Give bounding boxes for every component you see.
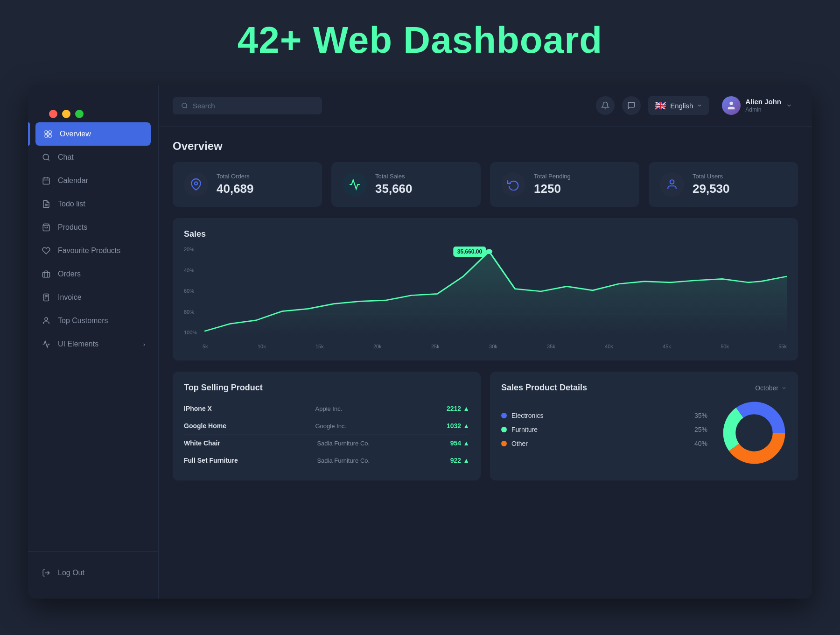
x-label-40k: 40k	[605, 344, 613, 349]
sidebar-item-chat[interactable]: Chat	[28, 146, 158, 169]
sidebar-item-chat-label: Chat	[58, 153, 74, 162]
svg-rect-1	[49, 131, 51, 133]
chart-svg	[204, 247, 787, 336]
search-icon	[181, 102, 188, 109]
other-pct: 40%	[694, 440, 707, 447]
y-label-40: 40%	[184, 268, 203, 273]
other-dot	[501, 441, 507, 446]
product-row-0: IPhone X Apple Inc. 2212 ▲	[184, 400, 469, 417]
sidebar-item-todo[interactable]: Todo list	[28, 192, 158, 216]
sidebar-item-orders[interactable]: Orders	[28, 262, 158, 286]
sidebar-item-ui[interactable]: UI Elements ›	[28, 332, 158, 356]
chevron-right-icon: ›	[143, 341, 145, 348]
window-chrome: Overview Chat Calendar	[28, 85, 812, 599]
user-info: Alien John Admin	[745, 97, 781, 113]
electronics-label: Electronics	[511, 412, 690, 419]
svg-rect-12	[43, 272, 50, 277]
x-label-10k: 10k	[258, 344, 266, 349]
x-label-5k: 5k	[203, 344, 208, 349]
logout-button[interactable]: Log Out	[28, 561, 158, 585]
arrow-up-2: ▲	[463, 439, 469, 447]
language-label: English	[670, 102, 693, 110]
stat-users-info: Total Users 29,530	[693, 173, 730, 196]
topbar: Search 🇬🇧 English	[159, 85, 812, 127]
app-container: Overview Chat Calendar	[0, 76, 840, 608]
orders-stat-icon	[184, 172, 208, 197]
messages-button[interactable]	[622, 96, 641, 115]
product-name-3: Full Set Furniture	[184, 457, 312, 464]
sidebar-nav: Overview Chat Calendar	[28, 118, 158, 551]
sidebar-item-invoice[interactable]: Invoice	[28, 286, 158, 309]
svg-rect-3	[49, 135, 51, 137]
electronics-pct: 35%	[694, 412, 707, 419]
stat-sales-info: Total Sales 35,660	[375, 173, 413, 196]
overview-title: Overview	[173, 140, 798, 153]
chevron-down-icon	[697, 103, 702, 108]
overview-icon	[43, 129, 53, 139]
other-label: Other	[511, 440, 690, 447]
product-company-3: Sadia Furniture Co.	[317, 457, 445, 464]
y-labels: 100% 80% 60% 40% 20%	[184, 247, 203, 335]
stat-card-users: Total Users 29,530	[649, 162, 798, 207]
flag-icon: 🇬🇧	[655, 100, 666, 111]
product-count-3: 922 ▲	[450, 457, 469, 464]
y-label-100: 100%	[184, 330, 203, 335]
sidebar-item-favourite-label: Favourite Products	[58, 247, 120, 255]
arrow-up-0: ▲	[463, 405, 469, 412]
user-chevron-icon	[786, 102, 792, 109]
month-selector[interactable]: October	[755, 384, 787, 392]
x-labels: 5k 10k 15k 20k 25k 30k 35k 40k 45k 50k 5…	[203, 344, 787, 349]
tooltip-value: 35,660.00	[457, 248, 482, 255]
product-company-2: Sadia Furniture Co.	[317, 440, 445, 447]
svg-point-22	[670, 180, 674, 184]
sales-product-card: Sales Product Details October Electronic…	[490, 372, 798, 480]
legend-other: Other 40%	[501, 440, 707, 447]
traffic-light-yellow[interactable]	[62, 110, 70, 118]
stat-pending-label: Total Pending	[534, 173, 571, 180]
sales-product-title: Sales Product Details	[501, 383, 587, 393]
product-company-0: Apple Inc.	[315, 405, 442, 412]
sidebar-item-overview[interactable]: Overview	[35, 122, 151, 146]
traffic-lights	[49, 110, 84, 118]
x-label-55k: 55k	[778, 344, 787, 349]
x-label-25k: 25k	[431, 344, 440, 349]
product-row-2: White Chair Sadia Furniture Co. 954 ▲	[184, 435, 469, 452]
language-selector[interactable]: 🇬🇧 English	[648, 96, 709, 115]
sidebar-item-customers-label: Top Customers	[58, 317, 108, 325]
page-header: 42+ Web Dashboard	[0, 0, 840, 76]
y-label-80: 80%	[184, 309, 203, 315]
sidebar-item-calendar[interactable]: Calendar	[28, 169, 158, 192]
svg-point-20	[730, 102, 733, 105]
search-box[interactable]: Search	[173, 97, 322, 114]
notifications-button[interactable]	[596, 96, 615, 115]
sidebar-item-favourite[interactable]: Favourite Products	[28, 239, 158, 262]
sales-chart-card: Sales 100% 80% 60% 40% 20%	[173, 218, 798, 360]
svg-point-29	[486, 249, 492, 254]
sales-stat-icon	[343, 172, 367, 197]
stat-orders-value: 40,689	[217, 182, 254, 196]
user-name: Alien John	[745, 97, 781, 106]
furniture-dot	[501, 427, 507, 432]
user-role: Admin	[745, 106, 781, 114]
product-name-2: White Chair	[184, 439, 312, 447]
user-profile[interactable]: Alien John Admin	[716, 93, 798, 118]
donut-section: Electronics 35% Furniture 25%	[501, 400, 787, 466]
sidebar: Overview Chat Calendar	[28, 85, 159, 599]
svg-point-17	[45, 318, 48, 320]
x-label-15k: 15k	[315, 344, 324, 349]
sidebar-item-orders-label: Orders	[58, 270, 81, 278]
furniture-label: Furniture	[511, 426, 690, 433]
stat-card-pending: Total Pending 1250	[490, 162, 639, 207]
traffic-light-red[interactable]	[49, 110, 57, 118]
sidebar-item-ui-label: UI Elements	[58, 340, 98, 348]
traffic-light-green[interactable]	[75, 110, 84, 118]
svg-point-4	[43, 154, 49, 160]
stats-grid: Total Orders 40,689 Total Sales 35,660	[173, 162, 798, 207]
svg-marker-28	[204, 252, 787, 336]
y-label-60: 60%	[184, 288, 203, 294]
sidebar-item-products[interactable]: Products	[28, 216, 158, 239]
product-count-1: 1032 ▲	[447, 422, 469, 430]
stat-sales-label: Total Sales	[375, 173, 413, 180]
pending-stat-icon	[501, 172, 525, 197]
sidebar-item-customers[interactable]: Top Customers	[28, 309, 158, 332]
